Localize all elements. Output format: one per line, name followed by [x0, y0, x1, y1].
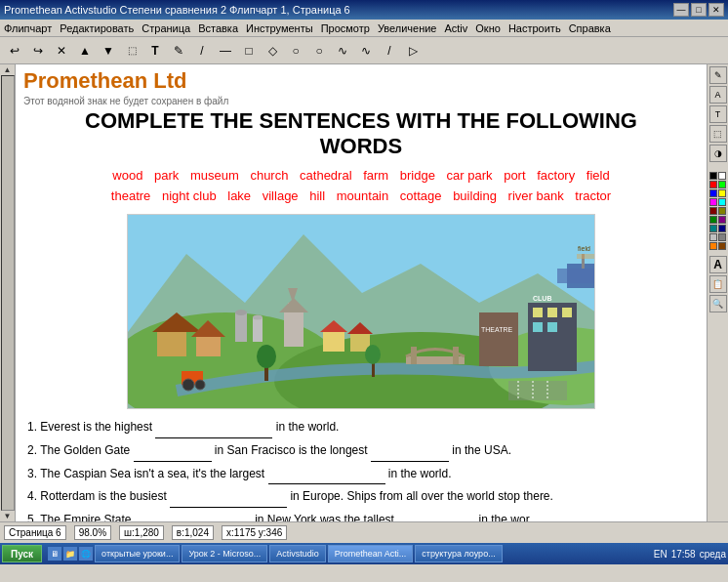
color-cell[interactable] [718, 225, 726, 232]
color-cell[interactable] [709, 198, 717, 206]
tool-ellipse[interactable]: ○ [308, 40, 330, 62]
right-tool-2[interactable]: A [709, 86, 727, 104]
tool-delete[interactable]: ✕ [51, 40, 72, 62]
menu-edit[interactable]: Редактировать [60, 22, 134, 34]
taskbar-time: 17:58 [671, 549, 696, 560]
taskbar-item-1[interactable]: открытые уроки... [95, 545, 180, 562]
tool-up[interactable]: ▲ [74, 40, 96, 62]
scroll-down[interactable]: ▼ [3, 511, 13, 521]
svg-rect-22 [547, 308, 557, 317]
minimize-button[interactable]: — [673, 3, 689, 17]
svg-text:CLUB: CLUB [533, 295, 551, 302]
menu-tools[interactable]: Инструменты [246, 22, 313, 34]
color-cell[interactable] [718, 172, 726, 180]
color-palette [709, 172, 726, 250]
menu-zoom[interactable]: Увеличение [378, 22, 437, 34]
right-tool-3[interactable]: T [709, 105, 727, 123]
color-cell[interactable] [709, 172, 717, 180]
tray-icon-2[interactable]: 📁 [63, 547, 77, 561]
tool-slash[interactable]: / [379, 40, 400, 62]
svg-rect-9 [284, 312, 303, 347]
taskbar-item-3[interactable]: Activstudio [269, 545, 326, 562]
tool-circle[interactable]: ○ [285, 40, 306, 62]
tool-rect[interactable]: □ [238, 40, 260, 62]
color-cell[interactable] [709, 181, 717, 188]
menu-window[interactable]: Окно [475, 22, 501, 34]
status-zoom: 98.0% [74, 525, 111, 540]
color-cell[interactable] [709, 207, 717, 215]
tool-line[interactable]: / [191, 40, 213, 62]
color-cell[interactable] [709, 233, 717, 241]
svg-rect-33 [253, 317, 263, 342]
right-tool-7[interactable]: 🔍 [709, 295, 727, 312]
start-button[interactable]: Пуск [2, 545, 42, 562]
word-night-club: night club [162, 188, 217, 203]
maximize-button[interactable]: □ [691, 3, 707, 17]
tray-icon-3[interactable]: 🌐 [79, 547, 93, 561]
title-bar: Promethean Activstudio Степени сравнения… [0, 0, 728, 20]
logo-text: Promethean Ltd [23, 68, 699, 94]
color-cell[interactable] [718, 181, 726, 188]
svg-point-35 [253, 315, 263, 320]
word-lake: lake [227, 188, 251, 203]
tool-undo[interactable]: ↩ [4, 40, 25, 62]
color-cell[interactable] [718, 189, 726, 197]
color-cell[interactable] [718, 242, 726, 250]
menu-activ[interactable]: Activ [444, 22, 467, 34]
word-river-bank: river bank [508, 188, 564, 203]
sentence-5: 5. The Empire State in New York was the … [27, 510, 695, 521]
menu-page[interactable]: Страница [142, 22, 190, 34]
menu-flipchart[interactable]: Флипчарт [4, 22, 52, 34]
taskbar-item-5[interactable]: структура лоуро... [415, 545, 502, 562]
color-cell[interactable] [718, 233, 726, 241]
tool-select[interactable]: ⬚ [121, 40, 142, 62]
tool-text[interactable]: T [144, 40, 166, 62]
file-info-text: Этот водяной знак не будет сохранен в фа… [23, 96, 699, 106]
menu-view[interactable]: Просмотр [321, 22, 370, 34]
taskbar-item-4[interactable]: Promethean Acti... [328, 545, 414, 562]
right-tool-4[interactable]: ⬚ [709, 125, 727, 143]
tool-arrow[interactable]: ▷ [402, 40, 424, 62]
tool-wave[interactable]: ∿ [355, 40, 377, 62]
word-theatre: theatre [111, 188, 150, 203]
tool-curve[interactable]: ∿ [332, 40, 353, 62]
right-tool-5[interactable]: ◑ [709, 145, 727, 162]
right-tool-1[interactable]: ✎ [709, 66, 727, 84]
svg-text:THEATRE: THEATRE [481, 326, 512, 333]
color-cell[interactable] [709, 225, 717, 232]
color-cell[interactable] [718, 198, 726, 206]
right-tool-text-a[interactable]: A [709, 256, 727, 273]
tool-dash[interactable]: — [215, 40, 236, 62]
color-cell[interactable] [718, 216, 726, 224]
heading-line1: COMPLETE THE SENTENCES WITH THE FOLLOWIN… [85, 108, 637, 133]
word-wood: wood [112, 168, 142, 183]
menu-insert[interactable]: Вставка [198, 22, 238, 34]
menu-bar: Флипчарт Редактировать Страница Вставка … [0, 20, 728, 37]
tool-down[interactable]: ▼ [98, 40, 119, 62]
sentence-1: 1. Everest is the highest in the world. [27, 417, 695, 438]
svg-rect-7 [196, 337, 221, 356]
taskbar-item-2[interactable]: Урок 2 - Microso... [182, 545, 267, 562]
svg-rect-27 [479, 312, 518, 366]
right-tool-6[interactable]: 📋 [709, 275, 727, 293]
tool-pen[interactable]: ✎ [168, 40, 189, 62]
scroll-track[interactable] [1, 75, 15, 511]
status-width: ш:1,280 [119, 525, 164, 540]
color-cell[interactable] [709, 216, 717, 224]
menu-help[interactable]: Справка [569, 22, 611, 34]
svg-rect-24 [533, 322, 543, 332]
svg-point-38 [195, 380, 205, 390]
close-button[interactable]: ✕ [708, 3, 724, 17]
color-cell[interactable] [709, 242, 717, 250]
menu-settings[interactable]: Настроить [508, 22, 561, 34]
word-mountain: mountain [337, 188, 388, 203]
tool-redo[interactable]: ↪ [27, 40, 49, 62]
left-scrollbar[interactable]: ▲ ▼ [0, 64, 16, 521]
color-cell[interactable] [718, 207, 726, 215]
color-cell[interactable] [709, 189, 717, 197]
tool-diamond[interactable]: ◇ [262, 40, 283, 62]
blank-3 [268, 471, 385, 484]
tray-icon-1[interactable]: 🖥 [48, 547, 61, 561]
scroll-up[interactable]: ▲ [3, 64, 13, 75]
blank-1 [155, 425, 272, 438]
